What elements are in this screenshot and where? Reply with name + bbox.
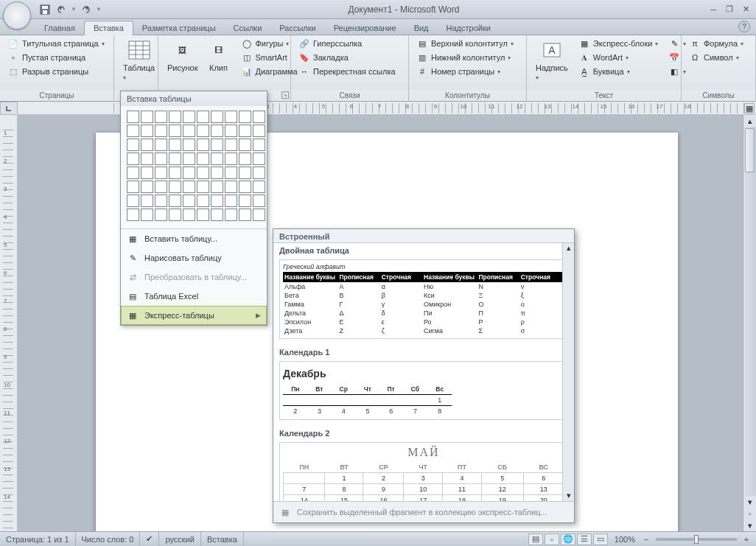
tab-home[interactable]: Главная xyxy=(35,21,84,35)
grid-cell[interactable] xyxy=(155,125,167,137)
grid-cell[interactable] xyxy=(127,209,139,221)
grid-cell[interactable] xyxy=(183,111,195,123)
tab-layout[interactable]: Разметка страницы xyxy=(133,21,225,35)
grid-cell[interactable] xyxy=(169,111,181,123)
grid-cell[interactable] xyxy=(155,181,167,193)
next-page-button[interactable]: ▾ xyxy=(743,519,756,531)
grid-cell[interactable] xyxy=(239,195,251,207)
grid-cell[interactable] xyxy=(127,111,139,123)
hyperlink-button[interactable]: 🔗Гиперссылка xyxy=(295,37,399,50)
scroll-down-button[interactable]: ▾ xyxy=(743,496,756,508)
grid-cell[interactable] xyxy=(183,195,195,207)
grid-cell[interactable] xyxy=(169,181,181,193)
ruler-toggle[interactable]: ▦ xyxy=(744,103,755,113)
scroll-thumb[interactable] xyxy=(745,128,755,172)
grid-cell[interactable] xyxy=(211,153,223,165)
grid-cell[interactable] xyxy=(141,195,153,207)
minimize-button[interactable]: ─ xyxy=(706,4,721,15)
view-web[interactable]: 🌐 xyxy=(561,533,575,545)
scroll-up-button[interactable]: ▴ xyxy=(743,115,756,127)
grid-cell[interactable] xyxy=(141,181,153,193)
grid-cell[interactable] xyxy=(253,111,265,123)
view-print-layout[interactable]: ▤ xyxy=(528,533,543,545)
view-full-screen[interactable]: ▫ xyxy=(545,533,559,545)
redo-button[interactable] xyxy=(80,3,93,16)
grid-cell[interactable] xyxy=(127,167,139,179)
grid-cell[interactable] xyxy=(169,139,181,151)
grid-cell[interactable] xyxy=(239,139,251,151)
grid-cell[interactable] xyxy=(197,181,209,193)
grid-cell[interactable] xyxy=(127,125,139,137)
clip-button[interactable]: 🎞Клип xyxy=(203,37,235,74)
grid-cell[interactable] xyxy=(211,181,223,193)
grid-cell[interactable] xyxy=(225,125,237,137)
grid-cell[interactable] xyxy=(183,153,195,165)
zoom-out-button[interactable]: − xyxy=(641,535,651,544)
cover-page-button[interactable]: 📄Титульная страница▾ xyxy=(4,37,108,50)
draw-table-item[interactable]: ✎Нарисовать таблицу xyxy=(121,248,267,267)
grid-cell[interactable] xyxy=(211,209,223,221)
tab-selector[interactable] xyxy=(0,102,18,115)
pagenum-button[interactable]: #Номер страницы▾ xyxy=(413,65,517,78)
tab-view[interactable]: Вид xyxy=(405,21,438,35)
grid-cell[interactable] xyxy=(183,181,195,193)
grid-cell[interactable] xyxy=(183,167,195,179)
grid-cell[interactable] xyxy=(197,139,209,151)
excel-table-item[interactable]: ▤Таблица Excel xyxy=(121,287,267,306)
grid-cell[interactable] xyxy=(239,167,251,179)
grid-cell[interactable] xyxy=(225,209,237,221)
grid-cell[interactable] xyxy=(253,181,265,193)
crossref-button[interactable]: ↔Перекрестная ссылка xyxy=(295,65,399,78)
grid-cell[interactable] xyxy=(211,125,223,137)
grid-cell[interactable] xyxy=(211,195,223,207)
gallery-scrollbar[interactable]: ▴▾ xyxy=(562,243,574,501)
tab-review[interactable]: Рецензирование xyxy=(325,21,405,35)
grid-cell[interactable] xyxy=(239,153,251,165)
grid-cell[interactable] xyxy=(141,125,153,137)
grid-cell[interactable] xyxy=(169,153,181,165)
quickparts-button[interactable]: ▦Экспресс-блоки▾ xyxy=(575,37,662,50)
grid-cell[interactable] xyxy=(211,139,223,151)
help-button[interactable]: ? xyxy=(738,21,750,32)
grid-cell[interactable] xyxy=(253,153,265,165)
grid-cell[interactable] xyxy=(253,139,265,151)
grid-cell[interactable] xyxy=(155,209,167,221)
grid-cell[interactable] xyxy=(253,195,265,207)
vertical-scrollbar[interactable]: ▴ ▾ ◦ ▾ xyxy=(743,115,756,531)
grid-cell[interactable] xyxy=(197,111,209,123)
header-button[interactable]: ▤Верхний колонтитул▾ xyxy=(413,37,517,50)
grid-cell[interactable] xyxy=(211,111,223,123)
quick-tables-item[interactable]: ▦Экспресс-таблицы▶ xyxy=(121,306,267,325)
view-draft[interactable]: ▭ xyxy=(593,533,608,545)
grid-cell[interactable] xyxy=(141,209,153,221)
dropcap-button[interactable]: A̲Буквица▾ xyxy=(575,65,662,78)
gallery-item-cal2[interactable]: МАЙ ПНВТСРЧТПТСБВС1234567891011121314151… xyxy=(279,442,568,501)
grid-cell[interactable] xyxy=(225,111,237,123)
grid-cell[interactable] xyxy=(155,139,167,151)
footer-button[interactable]: ▥Нижний колонтитул▾ xyxy=(413,51,517,64)
vertical-ruler[interactable]: 1234567891011121314 xyxy=(0,115,18,531)
status-page[interactable]: Страница: 1 из 1 xyxy=(0,532,76,546)
bookmark-button[interactable]: 🔖Закладка xyxy=(295,51,399,64)
dialog-launcher[interactable]: ↘ xyxy=(281,91,289,99)
blank-page-button[interactable]: ▫Пустая страница xyxy=(4,51,108,64)
horizontal-ruler[interactable]: 12123456789101112131415161718 ▦ xyxy=(0,102,756,115)
zoom-level[interactable]: 100% xyxy=(609,532,641,546)
grid-cell[interactable] xyxy=(155,111,167,123)
wordart-button[interactable]: 𝐀WordArt▾ xyxy=(575,51,662,64)
tab-mailings[interactable]: Рассылки xyxy=(270,21,324,35)
grid-cell[interactable] xyxy=(169,195,181,207)
status-spell[interactable]: ✔ xyxy=(140,532,159,546)
zoom-in-button[interactable]: + xyxy=(741,535,752,544)
gallery-item-double[interactable]: Греческий алфавит Название буквыПрописна… xyxy=(279,259,568,339)
grid-cell[interactable] xyxy=(141,139,153,151)
restore-button[interactable]: ❐ xyxy=(722,4,737,15)
undo-button[interactable] xyxy=(55,3,68,16)
status-mode[interactable]: Вставка xyxy=(201,532,244,546)
grid-cell[interactable] xyxy=(239,111,251,123)
picture-button[interactable]: 🖼Рисунок xyxy=(163,37,203,74)
grid-cell[interactable] xyxy=(197,167,209,179)
grid-cell[interactable] xyxy=(141,111,153,123)
table-grid-picker[interactable] xyxy=(121,106,267,228)
view-outline[interactable]: ☰ xyxy=(577,533,592,545)
